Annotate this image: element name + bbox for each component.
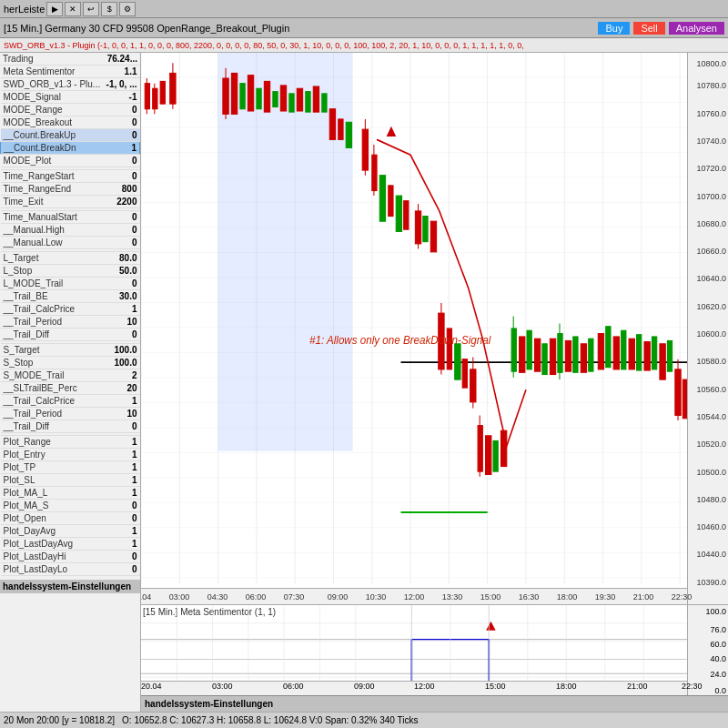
param-row[interactable]: Plot_SL1: [1, 474, 140, 487]
top-bar: [15 Min.] Germany 30 CFD 99508 OpenRange…: [0, 18, 728, 38]
svg-rect-52: [404, 201, 409, 229]
param-row[interactable]: L_MODE_Trail0: [1, 278, 140, 290]
param-row[interactable]: __Count.BreakDn1: [1, 142, 140, 155]
param-row[interactable]: __Trail_BE30.0: [1, 290, 140, 303]
param-row[interactable]: __Manual.High0: [1, 224, 140, 237]
handelssystem-header: handelssystem-Einstellungen: [0, 580, 140, 593]
param-row[interactable]: S_Stop100.0: [1, 357, 140, 369]
param-label: Plot_Open: [1, 512, 100, 525]
indicator-chart[interactable]: [15 Min.] Meta Sentimentor (1, 1): [141, 604, 728, 695]
param-value: 0: [100, 116, 140, 129]
param-row[interactable]: S_Target100.0: [1, 344, 140, 357]
svg-rect-36: [280, 86, 286, 111]
analysen-button[interactable]: Analysen: [669, 22, 724, 35]
toolbar-icon-5[interactable]: ⚙: [119, 2, 136, 16]
buy-button[interactable]: Buy: [598, 22, 630, 35]
param-value: 0: [100, 278, 140, 290]
param-row[interactable]: __Trail_CalcPrice1: [1, 303, 140, 316]
ind-y-0: 0.0: [714, 686, 726, 695]
param-label: __Trail_Diff: [1, 420, 100, 433]
param-value: 0: [100, 512, 140, 525]
param-row[interactable]: __Manual.Low0: [1, 237, 140, 249]
svg-rect-33: [257, 88, 261, 108]
param-row[interactable]: Plot_LastDayAvg1: [1, 538, 140, 551]
svg-rect-39: [306, 92, 310, 112]
svg-rect-49: [379, 176, 385, 222]
param-value: 10: [100, 316, 140, 329]
param-row[interactable]: MODE_Range0: [1, 104, 140, 116]
param-row[interactable]: Time_Exit2200: [1, 196, 140, 208]
param-row[interactable]: Meta Sentimentor1.1: [1, 66, 140, 78]
param-label: Plot_SL: [1, 474, 100, 487]
price-chart[interactable]: #1: Allows only one BreakDown-Signal 108…: [141, 53, 728, 604]
param-row[interactable]: Plot_Open0: [1, 512, 140, 525]
svg-rect-41: [322, 94, 327, 112]
param-row[interactable]: __Trail_Period10: [1, 408, 140, 420]
y-label-10480: 10480.0: [696, 495, 726, 504]
param-row[interactable]: Time_RangeEnd800: [1, 183, 140, 196]
param-row[interactable]: Plot_LastDayLo0: [1, 563, 140, 576]
param-row[interactable]: MODE_Plot0: [1, 155, 140, 167]
y-label-10580: 10580.0: [696, 357, 726, 366]
param-label: Plot_Entry: [1, 449, 100, 461]
param-value: 1: [100, 525, 140, 538]
x-label-0430: 04:30: [207, 592, 228, 602]
toolbar-icon-2[interactable]: ✕: [65, 2, 81, 16]
svg-marker-111: [486, 622, 496, 631]
param-row[interactable]: Plot_MA_S0: [1, 500, 140, 512]
svg-rect-43: [339, 119, 343, 139]
param-row[interactable]: MODE_Breakout0: [1, 116, 140, 129]
param-row[interactable]: S_MODE_Trail2: [1, 369, 140, 382]
y-label-10700: 10700.0: [696, 192, 726, 201]
param-row[interactable]: __SLTrailBE_Perc20: [1, 382, 140, 395]
toolbar-icon-3[interactable]: ↩: [83, 2, 99, 16]
param-row[interactable]: MODE_Signal-1: [1, 91, 140, 104]
param-row[interactable]: Plot_DayAvg1: [1, 525, 140, 538]
param-row[interactable]: __Trail_Diff0: [1, 420, 140, 433]
param-row[interactable]: L_Target80.0: [1, 252, 140, 265]
param-label: MODE_Signal: [1, 91, 100, 104]
param-row[interactable]: __Trail_CalcPrice1: [1, 395, 140, 408]
x-label-1800: 18:00: [557, 592, 578, 602]
param-row[interactable]: Plot_Entry1: [1, 449, 140, 461]
toolbar-icon-1[interactable]: ▶: [46, 2, 63, 16]
param-row[interactable]: __Trail_Diff0: [1, 329, 140, 341]
y-label-10760: 10760.0: [696, 109, 726, 118]
status-bar: 20 Mon 20:00 [y = 10818.2] O: 10652.8 C:…: [0, 712, 728, 728]
param-row[interactable]: L_Stop50.0: [1, 265, 140, 278]
svg-rect-69: [511, 329, 516, 371]
param-value: 0: [100, 170, 140, 183]
svg-rect-23: [153, 88, 157, 108]
param-row[interactable]: Time_RangeStart0: [1, 170, 140, 183]
param-value: 1: [100, 303, 140, 316]
param-row[interactable]: Plot_LastDayHi0: [1, 551, 140, 563]
param-row[interactable]: SWD_ORB_v1.3 - Plu...-1, 0, ...: [1, 78, 140, 91]
svg-rect-86: [629, 339, 634, 369]
param-row[interactable]: __Count.BreakUp0: [1, 129, 140, 142]
x-label-0730: 07:30: [284, 592, 305, 602]
x-label-1030: 10:30: [366, 592, 387, 602]
svg-rect-80: [581, 344, 586, 372]
svg-rect-55: [423, 217, 428, 242]
param-row[interactable]: Time_ManualStart0: [1, 211, 140, 224]
svg-rect-79: [573, 337, 578, 372]
param-row[interactable]: __Trail_Period10: [1, 316, 140, 329]
param-row[interactable]: Plot_Range1: [1, 436, 140, 449]
param-label: Time_RangeStart: [1, 170, 100, 183]
param-value: -1: [100, 91, 140, 104]
param-label: __Trail_BE: [1, 290, 100, 303]
param-row[interactable]: Plot_MA_L1: [1, 487, 140, 500]
trading-value: 76.24...: [70, 53, 140, 66]
params-table: Trading 76.24...: [0, 53, 140, 66]
param-row[interactable]: Plot_TP1: [1, 461, 140, 474]
param-label: S_Target: [1, 344, 100, 357]
svg-rect-73: [534, 339, 540, 371]
svg-rect-91: [667, 340, 672, 371]
toolbar: herLeiste ▶ ✕ ↩ $ ⚙: [0, 0, 728, 18]
x-label-0300: 03:00: [169, 592, 190, 602]
toolbar-icon-4[interactable]: $: [101, 2, 117, 16]
sell-button[interactable]: Sell: [633, 22, 664, 35]
svg-rect-90: [660, 344, 665, 379]
svg-rect-87: [637, 335, 642, 370]
param-value: 50.0: [100, 265, 140, 278]
